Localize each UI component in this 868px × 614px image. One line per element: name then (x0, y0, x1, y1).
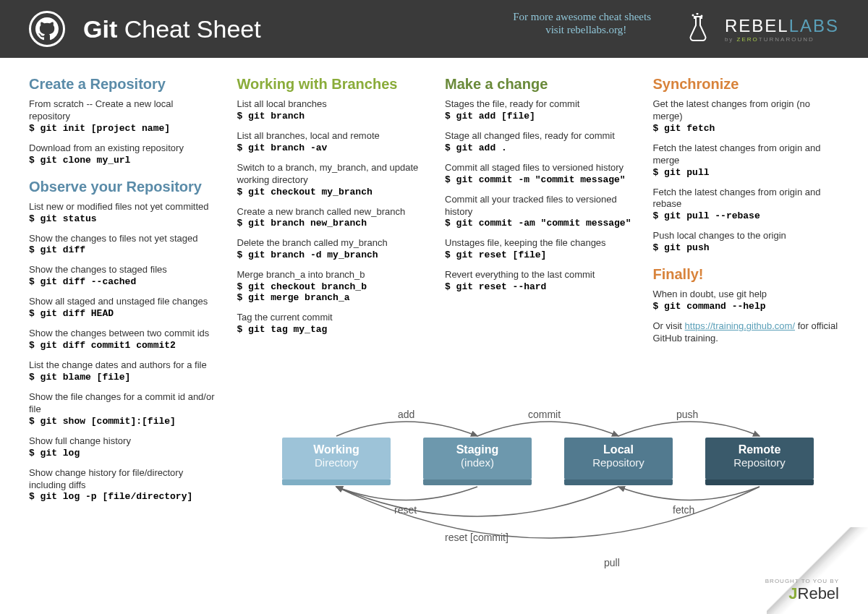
desc: List the change dates and authors for a … (29, 359, 216, 372)
cmd: $ git branch -av (237, 142, 424, 153)
cmd: $ git log -p [file/directory] (29, 491, 216, 502)
box-local: Local Repository (564, 438, 673, 479)
cmd: $ git diff (29, 244, 216, 255)
cmd: $ git command --help (653, 301, 840, 312)
cmd: $ git branch -d my_branch (237, 250, 424, 260)
desc: Switch to a branch, my_branch, and updat… (237, 162, 424, 187)
desc: When in doubt, use git help (653, 289, 840, 301)
desc: Show the changes between two commit ids (29, 328, 216, 340)
desc: List all local branches (237, 98, 424, 111)
section-title-change: Make a change (445, 76, 631, 93)
desc: Show all staged and unstaged file change… (29, 296, 216, 308)
cmd: $ git log (29, 448, 216, 459)
desc: Unstages file, keeping the file changes (445, 237, 631, 250)
label-push: push (676, 409, 698, 420)
desc: Tag the current commit (237, 312, 424, 324)
desc: Fetch the latest changes from origin and… (653, 187, 840, 211)
desc: Download from an existing repository (29, 142, 216, 155)
label-reset: reset (394, 504, 417, 516)
page-title: Git Cheat Sheet (83, 15, 261, 43)
section-title-finally: Finally! (653, 266, 840, 283)
box-remote: Remote Repository (705, 438, 814, 479)
brand-logo: REBELLABS by ZEROTURNAROUND (725, 16, 839, 43)
svg-point-1 (697, 13, 699, 15)
desc: Commit all your tracked files to version… (445, 194, 631, 218)
column-create-observe: Create a Repository From scratch -- Crea… (29, 76, 216, 511)
desc: Push local changes to the origin (653, 230, 840, 242)
desc: Show the changes to staged files (29, 264, 216, 276)
cmd: $ git add [file] (445, 111, 631, 121)
desc: Stages the file, ready for commit (445, 98, 631, 111)
desc: Show the changes to files not yet staged (29, 233, 216, 245)
cmd: $ git tag my_tag (237, 324, 424, 335)
svg-point-2 (701, 15, 703, 17)
desc: Fetch the latest changes from origin and… (653, 142, 840, 167)
cmd: $ git diff HEAD (29, 308, 216, 319)
cmd: $ git status (29, 213, 216, 224)
label-reset-commit: reset [commit] (445, 532, 509, 543)
flask-icon (687, 13, 709, 45)
desc: Or visit https://training.github.com/ fo… (653, 320, 840, 345)
label-pull: pull (604, 557, 620, 568)
cmd: $ git add . (445, 142, 631, 153)
box-staging: Staging (index) (423, 438, 532, 479)
desc: From scratch -- Create a new local repos… (29, 98, 216, 123)
cmd: $ git pull --rebase (653, 210, 840, 221)
desc: Show change history for file/directory i… (29, 467, 216, 492)
cmd: $ git checkout my_branch (237, 187, 424, 197)
cmd: $ git pull (653, 167, 840, 178)
cmd: $ git reset --hard (445, 281, 631, 292)
desc: Merge branch_a into branch_b (237, 269, 424, 281)
cmd: $ git reset [file] (445, 250, 631, 260)
cmd: $ git commit -am "commit message" (445, 218, 631, 229)
github-icon (29, 11, 65, 47)
desc: Get the latest changes from origin (no m… (653, 98, 840, 123)
workflow-diagram: Working Directory Staging (index) Local … (260, 401, 839, 604)
desc: Show full change history (29, 435, 216, 448)
cmd: $ git push (653, 242, 840, 253)
cmd: $ git diff --cached (29, 276, 216, 287)
cmd: $ git branch new_branch (237, 218, 424, 229)
section-title-branches: Working with Branches (237, 76, 424, 93)
cmd: $ git blame [file] (29, 372, 216, 383)
training-link[interactable]: https://training.github.com/ (685, 320, 795, 331)
desc: Delete the branch called my_branch (237, 237, 424, 250)
box-working: Working Directory (282, 438, 391, 479)
label-commit: commit (528, 409, 561, 420)
cmd: $ git checkout branch_b $ git merge bran… (237, 281, 424, 303)
desc: Create a new branch called new_branch (237, 206, 424, 218)
desc: Stage all changed files, ready for commi… (445, 130, 631, 142)
section-title-observe: Observe your Repository (29, 179, 216, 195)
desc: Show the file changes for a commit id an… (29, 391, 216, 416)
desc: List new or modified files not yet commi… (29, 201, 216, 213)
footer-brand: BROUGHT TO YOU BY JRebel (765, 578, 839, 603)
promo-text: For more awesome cheat sheets visit rebe… (513, 10, 651, 36)
cmd: $ git show [commit]:[file] (29, 416, 216, 427)
section-title-sync: Synchronize (653, 76, 840, 93)
cmd: $ git diff commit1 commit2 (29, 340, 216, 351)
cmd: $ git branch (237, 111, 424, 121)
desc: Commit all staged files to versioned his… (445, 162, 631, 174)
svg-point-0 (692, 14, 694, 17)
desc: Revert everything to the last commit (445, 269, 631, 281)
cmd: $ git commit -m "commit message" (445, 174, 631, 185)
header: Git Cheat Sheet For more awesome cheat s… (0, 0, 868, 58)
label-add: add (398, 409, 414, 420)
cmd: $ git fetch (653, 123, 840, 134)
cmd: $ git init [project name] (29, 123, 216, 134)
section-title-create: Create a Repository (29, 76, 216, 93)
label-fetch: fetch (673, 504, 694, 516)
arrows (260, 401, 839, 604)
cmd: $ git clone my_url (29, 155, 216, 166)
desc: List all branches, local and remote (237, 130, 424, 142)
